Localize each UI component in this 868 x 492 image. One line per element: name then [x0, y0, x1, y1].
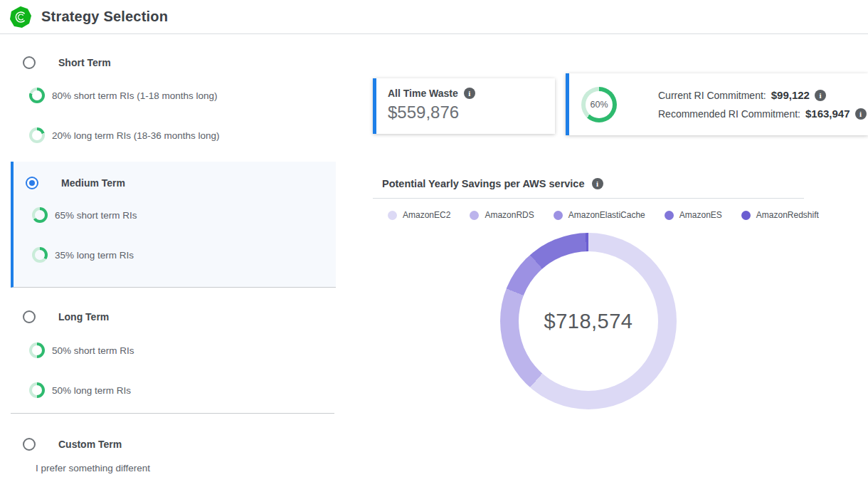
- info-icon[interactable]: i: [815, 90, 826, 101]
- option-label: 80% short term RIs (1-18 months long): [52, 90, 218, 101]
- waste-value: $559,876: [388, 103, 544, 122]
- long-term-option-2: 50% long term RIs: [11, 382, 131, 398]
- chart-title: Potential Yearly Savings per AWS service: [382, 178, 585, 189]
- legend-item-amazonredshift[interactable]: AmazonRedshift: [741, 210, 819, 220]
- option-label: 35% long term RIs: [55, 250, 134, 261]
- radio-short-term[interactable]: [23, 56, 36, 69]
- legend-dot: [554, 211, 563, 220]
- strategy-custom-term[interactable]: Custom Term: [11, 438, 122, 451]
- legend-dot: [665, 211, 674, 220]
- custom-term-description: I prefer something different: [36, 463, 150, 473]
- strategy-short-term[interactable]: Short Term: [11, 56, 111, 69]
- legend-dot: [388, 211, 397, 220]
- ri-commitment-card: 60% Current RI Commitment: $99,122 i Rec…: [566, 73, 868, 135]
- strategy-options-panel: Short Term 80% short term RIs (1-18 mont…: [11, 34, 336, 492]
- info-icon[interactable]: i: [855, 108, 867, 120]
- current-ri-value: $99,122: [771, 89, 810, 101]
- radio-long-term[interactable]: [23, 310, 36, 323]
- short-term-option-2: 20% long term RIs (18-36 months long): [11, 127, 220, 143]
- progress-ring-65: [32, 207, 48, 223]
- savings-donut-chart: $718,574: [500, 233, 677, 409]
- long-term-option-1: 50% short term RIs: [11, 342, 134, 358]
- recommended-ri-value: $163,947: [805, 108, 850, 120]
- all-time-waste-card: All Time Waste i $559,876: [373, 78, 555, 134]
- page-header: Strategy Selection: [0, 0, 868, 34]
- legend-item-amazones[interactable]: AmazonES: [665, 210, 722, 220]
- legend-item-amazonec2[interactable]: AmazonEC2: [388, 210, 450, 220]
- radio-custom-term[interactable]: [23, 438, 36, 451]
- savings-chart-card: Potential Yearly Savings per AWS service…: [373, 171, 804, 477]
- brand-logo-icon: [10, 6, 31, 28]
- info-icon[interactable]: i: [464, 88, 475, 99]
- current-ri-commitment-row: Current RI Commitment: $99,122 i: [658, 89, 867, 101]
- strategy-medium-term-selected-box[interactable]: Medium Term 65% short term RIs 35% long …: [11, 162, 336, 288]
- strategy-label: Custom Term: [58, 439, 122, 450]
- strategy-selection-page: Strategy Selection Short Term 80% short …: [0, 0, 868, 492]
- strategy-label: Short Term: [58, 57, 111, 68]
- strategy-label: Long Term: [58, 311, 109, 323]
- legend-item-amazonelasticache[interactable]: AmazonElastiCache: [554, 210, 645, 220]
- commitment-progress-ring: 60%: [581, 87, 617, 122]
- legend-item-amazonrds[interactable]: AmazonRDS: [470, 210, 534, 220]
- legend-dot: [470, 211, 479, 220]
- current-ri-label: Current RI Commitment:: [658, 90, 766, 101]
- option-label: 50% short term RIs: [52, 345, 134, 356]
- progress-ring-20: [29, 127, 45, 143]
- strategy-long-term[interactable]: Long Term: [11, 310, 109, 323]
- page-title: Strategy Selection: [41, 9, 168, 25]
- option-label: 65% short term RIs: [55, 210, 137, 221]
- strategy-label: Medium Term: [61, 177, 125, 189]
- short-term-option-1: 80% short term RIs (1-18 months long): [11, 88, 218, 103]
- section-divider: [11, 413, 334, 414]
- progress-ring-50b: [29, 382, 45, 398]
- commitment-ring-label: 60%: [586, 91, 613, 118]
- recommended-ri-commitment-row: Recommended RI Commitment: $163,947 i: [658, 108, 867, 120]
- recommended-ri-label: Recommended RI Commitment:: [658, 108, 800, 120]
- strategy-medium-term[interactable]: Medium Term: [14, 177, 125, 189]
- radio-medium-term-selected[interactable]: [26, 177, 38, 189]
- option-label: 20% long term RIs (18-36 months long): [52, 130, 220, 141]
- info-icon[interactable]: i: [592, 178, 603, 189]
- progress-ring-80: [29, 88, 45, 103]
- legend-dot: [741, 211, 751, 220]
- waste-card-title: All Time Waste: [388, 88, 458, 99]
- option-label: 50% long term RIs: [52, 385, 131, 396]
- progress-ring-35: [32, 247, 48, 263]
- donut-center-value: $718,574: [544, 310, 633, 333]
- medium-term-option-2: 35% long term RIs: [14, 247, 134, 263]
- medium-term-option-1: 65% short term RIs: [14, 207, 137, 223]
- progress-ring-50a: [29, 342, 45, 358]
- chart-legend: AmazonEC2 AmazonRDS AmazonElastiCache Am…: [388, 210, 804, 220]
